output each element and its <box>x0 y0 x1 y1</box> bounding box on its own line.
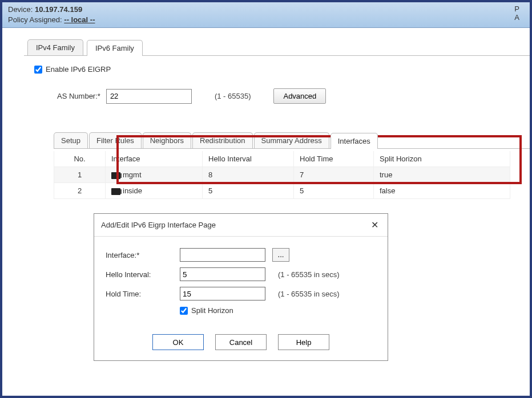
ethernet-port-icon <box>111 188 120 195</box>
cell-no: 2 <box>54 183 106 199</box>
hello-interval-label: Hello Interval: <box>106 270 180 279</box>
device-value: 10.197.74.159 <box>35 5 82 14</box>
add-edit-interface-dialog: Add/Edit IPv6 Eigrp Interface Page ✕ Int… <box>94 213 388 361</box>
hold-time-label: Hold Time: <box>106 290 180 298</box>
as-number-label: AS Number:* <box>57 92 100 100</box>
cell-interface: mgmt <box>106 167 203 183</box>
cell-no: 1 <box>54 167 106 183</box>
col-no: No. <box>54 151 106 167</box>
cancel-button[interactable]: Cancel <box>215 334 267 350</box>
tab-summary-address[interactable]: Summary Address <box>254 132 329 148</box>
interface-input[interactable] <box>180 248 265 262</box>
eigrp-subtabs: Setup Filter Rules Neighbors Redistribut… <box>54 132 530 149</box>
split-horizon-checkbox[interactable] <box>180 307 188 315</box>
dialog-title: Add/Edit IPv6 Eigrp Interface Page <box>101 221 216 229</box>
cell-interface: inside <box>106 183 203 199</box>
table-row[interactable]: 1 mgmt 8 7 true <box>54 167 510 183</box>
interfaces-table: No. Interface Hello Interval Hold Time S… <box>54 151 510 199</box>
cell-split: false <box>374 183 510 199</box>
split-horizon-label: Split Horizon <box>191 306 233 315</box>
col-hello-interval: Hello Interval <box>203 151 294 167</box>
cell-hello: 8 <box>203 167 294 183</box>
ok-button[interactable]: OK <box>152 334 204 350</box>
interface-browse-button[interactable]: ... <box>272 248 289 262</box>
advanced-button[interactable]: Advanced <box>273 88 326 104</box>
cell-hold: 7 <box>294 167 374 183</box>
ethernet-port-icon <box>111 172 120 179</box>
cell-split: true <box>374 167 510 183</box>
app-header: Device: 10.197.74.159 Policy Assigned: -… <box>2 2 530 28</box>
tab-filter-rules[interactable]: Filter Rules <box>89 132 142 148</box>
cell-hold: 5 <box>294 183 374 199</box>
tab-ipv6-family[interactable]: IPv6 Family <box>87 40 143 56</box>
header-right-top: P <box>514 5 519 13</box>
as-number-range: (1 - 65535) <box>215 92 251 100</box>
col-interface: Interface <box>106 151 203 167</box>
help-button[interactable]: Help <box>278 334 329 350</box>
hold-time-hint: (1 - 65535 in secs) <box>278 290 340 298</box>
hello-interval-hint: (1 - 65535 in secs) <box>278 270 340 279</box>
ipv6-panel: Enable IPv6 EIGRP AS Number:* (1 - 65535… <box>2 56 530 104</box>
col-split-horizon: Split Horizon <box>374 151 510 167</box>
device-label: Device: <box>8 5 33 14</box>
header-right-bottom: A <box>514 13 519 22</box>
table-row[interactable]: 2 inside 5 5 false <box>54 183 510 199</box>
policy-label: Policy Assigned: <box>8 15 62 24</box>
as-number-input[interactable] <box>106 89 192 104</box>
tab-interfaces[interactable]: Interfaces <box>331 133 378 149</box>
tab-ipv4-family[interactable]: IPv4 Family <box>27 39 83 55</box>
cell-hello: 5 <box>203 183 294 199</box>
interface-label: Interface:* <box>106 251 180 259</box>
hold-time-input[interactable] <box>180 287 265 300</box>
tab-redistribution[interactable]: Redistribution <box>192 132 253 148</box>
tab-neighbors[interactable]: Neighbors <box>143 132 191 148</box>
policy-value: -- local -- <box>64 15 95 24</box>
enable-ipv6-eigrp-checkbox[interactable] <box>34 66 42 74</box>
family-tabs: IPv4 Family IPv6 Family <box>24 39 530 56</box>
enable-ipv6-eigrp-label: Enable IPv6 EIGRP <box>46 65 111 74</box>
col-hold-time: Hold Time <box>294 151 374 167</box>
tab-setup[interactable]: Setup <box>54 132 88 148</box>
hello-interval-input[interactable] <box>180 267 265 281</box>
close-icon[interactable]: ✕ <box>369 220 381 230</box>
